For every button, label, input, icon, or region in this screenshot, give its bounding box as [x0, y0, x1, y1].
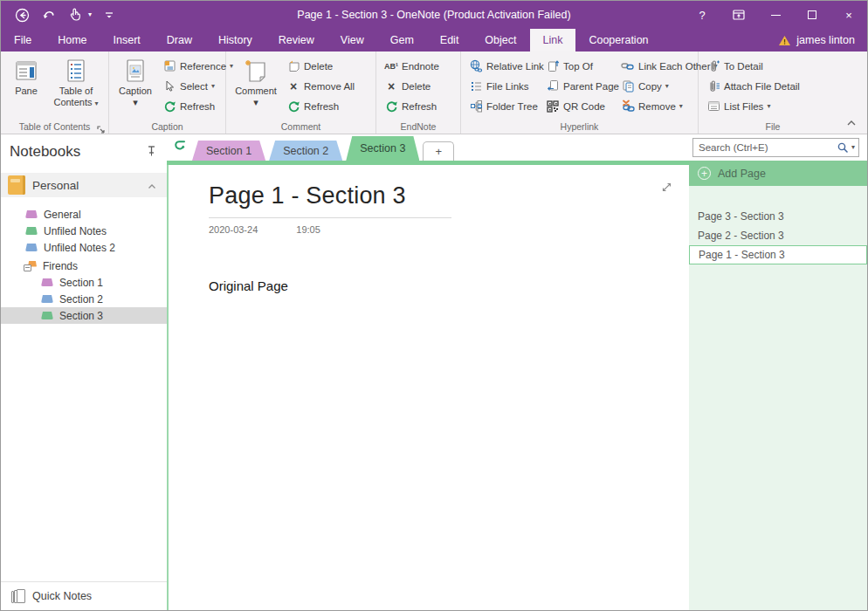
globe-link-icon — [469, 59, 483, 73]
refresh-label: Refresh — [402, 101, 437, 112]
quick-notes-icon — [11, 589, 25, 604]
sidebar-item-section-3[interactable]: Section 3 — [1, 307, 167, 324]
list-files-button[interactable]: List Files ▾ — [703, 96, 803, 116]
section-color-icon — [25, 227, 38, 235]
reference-button[interactable]: Reference ▾ — [159, 56, 237, 76]
tab-home[interactable]: Home — [45, 29, 100, 51]
file-small-buttons: To Detail Attach File Detail List Files — [703, 54, 803, 119]
page-date: 2020-03-24 — [209, 224, 258, 235]
caption-refresh-button[interactable]: Refresh — [159, 96, 237, 116]
qr-code-button[interactable]: QR Code — [542, 96, 616, 116]
tab-gem[interactable]: Gem — [377, 29, 427, 51]
sidebar-item-general[interactable]: General — [1, 206, 167, 223]
to-detail-button[interactable]: To Detail — [703, 56, 803, 76]
user-name: james linton — [796, 34, 855, 46]
tab-draw[interactable]: Draw — [154, 29, 205, 51]
search-input[interactable] — [699, 142, 837, 153]
section-tab-1[interactable]: Section 1 — [192, 141, 265, 161]
minimize-button[interactable] — [757, 1, 794, 29]
copy-label: Copy — [638, 81, 662, 92]
notebook-personal[interactable]: Personal — [1, 173, 167, 197]
remove-all-button[interactable]: × Remove All — [283, 76, 358, 96]
touch-mouse-mode-icon[interactable]: ▾ — [65, 3, 95, 26]
refresh-label: Refresh — [180, 101, 215, 112]
remove-all-label: Remove All — [304, 81, 355, 92]
close-button[interactable]: × — [830, 1, 867, 29]
tab-object[interactable]: Object — [472, 29, 529, 51]
pane-button[interactable]: Pane — [5, 54, 47, 119]
tab-cooperation[interactable]: Cooperation — [575, 29, 661, 51]
section-tab-2[interactable]: Section 2 — [269, 141, 342, 161]
parent-page-button[interactable]: Parent Page — [542, 76, 616, 96]
search-box[interactable]: ▾ — [692, 138, 859, 157]
help-button[interactable]: ? — [684, 1, 720, 29]
user-account[interactable]: james linton — [778, 29, 867, 51]
endnote-delete-button[interactable]: × Delete — [381, 76, 443, 96]
ribbon-group-caption: Caption ▾ Reference ▾ — [109, 51, 226, 134]
collapse-ribbon-icon[interactable] — [846, 114, 857, 130]
page-list-item[interactable]: Page 2 - Section 3 — [689, 226, 867, 245]
add-page-button[interactable]: + Add Page — [689, 161, 867, 186]
paperclip-icon — [706, 59, 720, 73]
table-of-contents-button[interactable]: Table of Contents ▾ — [49, 54, 103, 119]
sidebar-item-section-1[interactable]: Section 1 — [1, 274, 167, 291]
attach-file-detail-button[interactable]: Attach File Detail — [703, 76, 803, 96]
tab-history[interactable]: History — [205, 29, 265, 51]
window-controls: ? × — [684, 1, 867, 29]
back-icon[interactable] — [11, 3, 33, 26]
tab-review[interactable]: Review — [265, 29, 327, 51]
tab-link[interactable]: Link — [530, 29, 576, 51]
table-of-contents-label: Table of — [59, 86, 93, 97]
sidebar-item-section-2[interactable]: Section 2 — [1, 291, 167, 307]
tab-insert[interactable]: Insert — [100, 29, 154, 51]
caption-small-buttons: Reference ▾ Select ▾ Refre — [159, 54, 237, 119]
caption-icon — [121, 56, 149, 86]
refresh-icon — [384, 100, 398, 113]
search-scope-caret-icon[interactable]: ▾ — [851, 144, 855, 151]
tab-edit[interactable]: Edit — [427, 29, 472, 51]
page-canvas[interactable]: Page 1 - Section 3 2020-03-24 19:05 Orig… — [167, 165, 689, 610]
folder-tree-button[interactable]: Folder Tree — [465, 96, 541, 116]
tab-view[interactable]: View — [327, 29, 377, 51]
comment-icon — [242, 56, 270, 86]
comment-refresh-button[interactable]: Refresh — [283, 96, 358, 116]
titlebar: ▾ Page 1 - Section 3 - OneNote (Product … — [1, 1, 867, 29]
select-button[interactable]: Select ▾ — [159, 76, 237, 96]
full-page-view-icon[interactable] — [660, 181, 673, 197]
sidebar-item-unfiled-notes[interactable]: Unfiled Notes — [1, 223, 167, 239]
tab-file[interactable]: File — [1, 29, 45, 51]
new-section-tab[interactable]: + — [423, 141, 454, 161]
collapse-notebook-icon[interactable] — [148, 177, 156, 193]
to-detail-label: To Detail — [724, 61, 763, 72]
sidebar-item-firends[interactable]: Firends — [1, 257, 167, 274]
qr-code-label: QR Code — [563, 101, 605, 112]
notebooks-header: Notebooks — [1, 143, 167, 161]
dialog-launcher-icon[interactable] — [97, 122, 106, 131]
comment-delete-button[interactable]: Delete — [283, 56, 358, 76]
comment-button[interactable]: Comment ▾ — [231, 54, 281, 119]
endnote-refresh-button[interactable]: Refresh — [381, 96, 443, 116]
relative-link-button[interactable]: Relative Link — [465, 56, 541, 76]
attach-file-detail-label: Attach File Detail — [724, 81, 800, 92]
page-body-text[interactable]: Original Page — [209, 278, 689, 293]
file-links-button[interactable]: File Links — [465, 76, 541, 96]
maximize-button[interactable] — [794, 1, 830, 29]
pin-icon[interactable] — [147, 144, 156, 160]
group-label-comment: Comment — [226, 121, 375, 132]
customize-qat-icon[interactable] — [100, 3, 118, 26]
pane-label: Pane — [15, 86, 38, 97]
endnote-button[interactable]: AB¹ Endnote — [381, 56, 443, 76]
navigate-back-icon[interactable] — [172, 139, 187, 156]
section-tab-3[interactable]: Section 3 — [346, 136, 419, 161]
caption-button[interactable]: Caption ▾ — [114, 54, 157, 119]
quick-notes-button[interactable]: Quick Notes — [1, 582, 167, 610]
delete-label: Delete — [304, 61, 333, 72]
ribbon-display-options-icon[interactable] — [720, 1, 757, 29]
top-of-button[interactable]: Top Of — [542, 56, 616, 76]
sidebar-item-unfiled-notes-2[interactable]: Unfiled Notes 2 — [1, 239, 167, 256]
page-title[interactable]: Page 1 - Section 3 — [209, 182, 689, 209]
page-list-item-selected[interactable]: Page 1 - Section 3 — [689, 245, 867, 264]
page-list-item[interactable]: Page 3 - Section 3 — [689, 207, 867, 226]
undo-icon[interactable] — [38, 3, 59, 26]
search-icon[interactable] — [837, 141, 849, 154]
